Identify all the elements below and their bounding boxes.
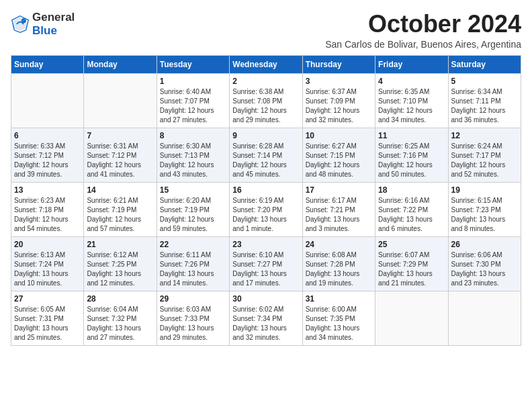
- day-number: 4: [378, 77, 445, 86]
- day-number: 3: [306, 77, 372, 86]
- day-info: Sunrise: 6:19 AM Sunset: 7:20 PM Dayligh…: [232, 196, 299, 234]
- day-number: 25: [378, 240, 445, 249]
- calendar-cell: 20Sunrise: 6:13 AM Sunset: 7:24 PM Dayli…: [11, 236, 84, 291]
- page-header: General Blue October 2024 San Carlos de …: [11, 11, 521, 50]
- day-info: Sunrise: 6:21 AM Sunset: 7:19 PM Dayligh…: [87, 196, 153, 234]
- day-info: Sunrise: 6:23 AM Sunset: 7:18 PM Dayligh…: [14, 196, 81, 234]
- day-info: Sunrise: 6:35 AM Sunset: 7:10 PM Dayligh…: [378, 87, 445, 125]
- day-number: 30: [232, 294, 299, 304]
- calendar-cell: 4Sunrise: 6:35 AM Sunset: 7:10 PM Daylig…: [375, 73, 448, 128]
- day-number: 21: [87, 240, 153, 249]
- day-info: Sunrise: 6:38 AM Sunset: 7:08 PM Dayligh…: [232, 87, 299, 125]
- day-number: 17: [306, 185, 372, 195]
- calendar-cell: 16Sunrise: 6:19 AM Sunset: 7:20 PM Dayli…: [230, 182, 302, 236]
- day-info: Sunrise: 6:03 AM Sunset: 7:33 PM Dayligh…: [160, 305, 226, 342]
- day-number: 9: [232, 131, 299, 140]
- week-row-1: 1Sunrise: 6:40 AM Sunset: 7:07 PM Daylig…: [11, 73, 521, 128]
- calendar-cell: 6Sunrise: 6:33 AM Sunset: 7:12 PM Daylig…: [11, 128, 84, 182]
- day-number: 11: [378, 131, 445, 140]
- weekday-header-tuesday: Tuesday: [157, 55, 229, 73]
- day-info: Sunrise: 6:00 AM Sunset: 7:35 PM Dayligh…: [306, 305, 372, 342]
- calendar-cell: 14Sunrise: 6:21 AM Sunset: 7:19 PM Dayli…: [84, 182, 157, 236]
- day-info: Sunrise: 6:40 AM Sunset: 7:07 PM Dayligh…: [160, 87, 226, 125]
- day-info: Sunrise: 6:28 AM Sunset: 7:14 PM Dayligh…: [232, 142, 299, 179]
- day-info: Sunrise: 6:13 AM Sunset: 7:24 PM Dayligh…: [14, 250, 81, 288]
- week-row-4: 20Sunrise: 6:13 AM Sunset: 7:24 PM Dayli…: [11, 236, 521, 291]
- calendar-cell: 29Sunrise: 6:03 AM Sunset: 7:33 PM Dayli…: [157, 291, 229, 345]
- day-info: Sunrise: 6:37 AM Sunset: 7:09 PM Dayligh…: [306, 87, 372, 125]
- day-number: 8: [160, 131, 226, 140]
- day-info: Sunrise: 6:17 AM Sunset: 7:21 PM Dayligh…: [306, 196, 372, 234]
- weekday-header-sunday: Sunday: [11, 55, 84, 73]
- calendar-cell: [11, 73, 84, 128]
- day-info: Sunrise: 6:16 AM Sunset: 7:22 PM Dayligh…: [378, 196, 445, 234]
- calendar-cell: 3Sunrise: 6:37 AM Sunset: 7:09 PM Daylig…: [302, 73, 375, 128]
- logo-general: General: [32, 11, 75, 24]
- day-info: Sunrise: 6:31 AM Sunset: 7:12 PM Dayligh…: [87, 142, 153, 179]
- logo: General Blue: [11, 11, 75, 37]
- day-number: 28: [87, 294, 153, 304]
- day-info: Sunrise: 6:07 AM Sunset: 7:29 PM Dayligh…: [378, 250, 445, 288]
- calendar-cell: [84, 73, 157, 128]
- day-info: Sunrise: 6:06 AM Sunset: 7:30 PM Dayligh…: [451, 250, 518, 288]
- calendar-cell: 23Sunrise: 6:10 AM Sunset: 7:27 PM Dayli…: [230, 236, 302, 291]
- calendar-cell: 21Sunrise: 6:12 AM Sunset: 7:25 PM Dayli…: [84, 236, 157, 291]
- calendar-cell: 17Sunrise: 6:17 AM Sunset: 7:21 PM Dayli…: [302, 182, 375, 236]
- weekday-header-saturday: Saturday: [448, 55, 521, 73]
- calendar-cell: 30Sunrise: 6:02 AM Sunset: 7:34 PM Dayli…: [230, 291, 302, 345]
- day-number: 20: [14, 240, 81, 249]
- day-info: Sunrise: 6:08 AM Sunset: 7:28 PM Dayligh…: [306, 250, 372, 288]
- day-number: 24: [306, 240, 372, 249]
- logo-blue: Blue: [32, 24, 75, 38]
- day-number: 19: [451, 185, 518, 195]
- day-info: Sunrise: 6:34 AM Sunset: 7:11 PM Dayligh…: [451, 87, 518, 125]
- calendar-cell: [448, 291, 521, 345]
- day-info: Sunrise: 6:20 AM Sunset: 7:19 PM Dayligh…: [160, 196, 226, 234]
- location-subtitle: San Carlos de Bolivar, Buenos Aires, Arg…: [325, 39, 521, 50]
- day-number: 14: [87, 185, 153, 195]
- calendar-cell: 28Sunrise: 6:04 AM Sunset: 7:32 PM Dayli…: [84, 291, 157, 345]
- month-title: October 2024: [325, 11, 521, 38]
- calendar-cell: 12Sunrise: 6:24 AM Sunset: 7:17 PM Dayli…: [448, 128, 521, 182]
- day-info: Sunrise: 6:05 AM Sunset: 7:31 PM Dayligh…: [14, 305, 81, 342]
- day-number: 10: [306, 131, 372, 140]
- week-row-2: 6Sunrise: 6:33 AM Sunset: 7:12 PM Daylig…: [11, 128, 521, 182]
- calendar-cell: 31Sunrise: 6:00 AM Sunset: 7:35 PM Dayli…: [302, 291, 375, 345]
- day-number: 26: [451, 240, 518, 249]
- calendar-cell: 9Sunrise: 6:28 AM Sunset: 7:14 PM Daylig…: [230, 128, 302, 182]
- day-number: 31: [306, 294, 372, 304]
- day-info: Sunrise: 6:27 AM Sunset: 7:15 PM Dayligh…: [306, 142, 372, 179]
- calendar-cell: 26Sunrise: 6:06 AM Sunset: 7:30 PM Dayli…: [448, 236, 521, 291]
- logo-icon: [11, 15, 30, 34]
- calendar-cell: [375, 291, 448, 345]
- day-number: 18: [378, 185, 445, 195]
- day-number: 27: [14, 294, 81, 304]
- calendar-table: SundayMondayTuesdayWednesdayThursdayFrid…: [11, 55, 521, 346]
- weekday-header-friday: Friday: [375, 55, 448, 73]
- day-number: 7: [87, 131, 153, 140]
- day-number: 12: [451, 131, 518, 140]
- weekday-header-monday: Monday: [84, 55, 157, 73]
- day-info: Sunrise: 6:25 AM Sunset: 7:16 PM Dayligh…: [378, 142, 445, 179]
- calendar-cell: 18Sunrise: 6:16 AM Sunset: 7:22 PM Dayli…: [375, 182, 448, 236]
- calendar-cell: 19Sunrise: 6:15 AM Sunset: 7:23 PM Dayli…: [448, 182, 521, 236]
- day-info: Sunrise: 6:24 AM Sunset: 7:17 PM Dayligh…: [451, 142, 518, 179]
- calendar-cell: 27Sunrise: 6:05 AM Sunset: 7:31 PM Dayli…: [11, 291, 84, 345]
- day-info: Sunrise: 6:15 AM Sunset: 7:23 PM Dayligh…: [451, 196, 518, 234]
- day-number: 13: [14, 185, 81, 195]
- day-number: 1: [160, 77, 226, 86]
- week-row-3: 13Sunrise: 6:23 AM Sunset: 7:18 PM Dayli…: [11, 182, 521, 236]
- calendar-cell: 11Sunrise: 6:25 AM Sunset: 7:16 PM Dayli…: [375, 128, 448, 182]
- day-number: 29: [160, 294, 226, 304]
- day-info: Sunrise: 6:04 AM Sunset: 7:32 PM Dayligh…: [87, 305, 153, 342]
- day-number: 6: [14, 131, 81, 140]
- day-info: Sunrise: 6:10 AM Sunset: 7:27 PM Dayligh…: [232, 250, 299, 288]
- calendar-cell: 13Sunrise: 6:23 AM Sunset: 7:18 PM Dayli…: [11, 182, 84, 236]
- day-info: Sunrise: 6:11 AM Sunset: 7:26 PM Dayligh…: [160, 250, 226, 288]
- day-number: 5: [451, 77, 518, 86]
- day-number: 23: [232, 240, 299, 249]
- week-row-5: 27Sunrise: 6:05 AM Sunset: 7:31 PM Dayli…: [11, 291, 521, 345]
- day-number: 16: [232, 185, 299, 195]
- day-number: 2: [232, 77, 299, 86]
- calendar-cell: 22Sunrise: 6:11 AM Sunset: 7:26 PM Dayli…: [157, 236, 229, 291]
